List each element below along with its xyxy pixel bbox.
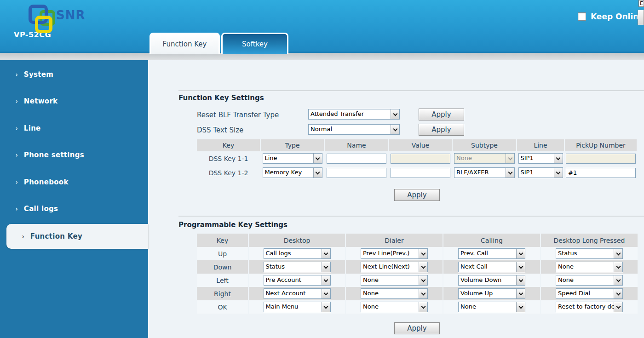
chevron-down-icon[interactable] (322, 302, 330, 312)
chevron-down-icon[interactable] (419, 262, 427, 272)
chevron-right-icon: › (16, 151, 18, 159)
pk-ok-long-pressed-select[interactable]: Reset to factory default (556, 302, 623, 312)
column-header-value: Value (389, 139, 452, 151)
section-divider (178, 216, 644, 217)
pk-ok-dialer-select[interactable]: None (361, 302, 428, 312)
chevron-down-icon[interactable] (322, 289, 330, 298)
chevron-down-icon[interactable] (419, 289, 427, 298)
column-header-dialer: Dialer (346, 234, 443, 247)
chevron-down-icon[interactable] (419, 249, 427, 258)
sidebar-item-line[interactable]: › Line (0, 122, 148, 135)
dss-1-2-line-select[interactable]: SIP1 (518, 167, 563, 178)
keep-online-checkbox[interactable] (578, 12, 586, 21)
chevron-down-icon[interactable] (614, 289, 622, 298)
sidebar-item-network[interactable]: › Network (0, 95, 148, 108)
chevron-down-icon[interactable] (391, 109, 399, 119)
chevron-down-icon[interactable] (419, 302, 427, 312)
sidebar-item-label: Line (24, 124, 41, 132)
dss-1-1-subtype-select: None (454, 153, 515, 164)
dss-text-size-select[interactable]: Normal (308, 124, 400, 135)
sidebar-item-phone-settings[interactable]: › Phone settings (0, 149, 148, 161)
pk-up-long-pressed-select[interactable]: Status (556, 248, 623, 259)
sidebar-item-phonebook[interactable]: › Phonebook (0, 176, 148, 189)
pk-ok-desktop-select[interactable]: Main Menu (264, 302, 331, 312)
tab-function-key[interactable]: Function Key (150, 33, 220, 54)
select-value: SIP1 (519, 168, 554, 178)
column-header-subtype: Subtype (453, 139, 516, 151)
pk-right-desktop-select[interactable]: Next Account (264, 288, 331, 299)
dss-1-1-value-input (391, 154, 450, 164)
tab-softkey[interactable]: Softkey (221, 33, 288, 54)
pk-up-dialer-select[interactable]: Prev Line(Prev.) (361, 248, 428, 259)
pk-up-desktop-select[interactable]: Call logs (264, 248, 331, 259)
sidebar: › System › Network › Line › Phone settin… (0, 60, 148, 338)
chevron-down-icon[interactable] (516, 249, 525, 258)
chevron-down-icon[interactable] (322, 249, 330, 258)
pk-down-desktop-select[interactable]: Status (264, 262, 331, 272)
column-header-calling: Calling (443, 234, 540, 247)
sidebar-item-label: Network (24, 97, 58, 105)
chevron-down-icon[interactable] (614, 262, 622, 272)
chevron-down-icon[interactable] (614, 302, 622, 312)
apply-dss-keys-button[interactable]: Apply (394, 189, 440, 201)
programmable-key-settings-title: Programmable Key Settings (178, 221, 288, 229)
chevron-down-icon[interactable] (391, 125, 399, 134)
pk-right-calling-select[interactable]: Volume Up (458, 288, 525, 299)
select-value: Volume Up (459, 289, 516, 298)
pk-ok-calling-select[interactable]: None (458, 302, 525, 312)
dss-1-2-pickup-input[interactable] (566, 168, 636, 178)
pk-left-dialer-select[interactable]: None (361, 275, 428, 286)
select-value: None (556, 262, 614, 272)
keep-online-control: Keep Online (578, 12, 644, 21)
apply-programmable-keys-button[interactable]: Apply (394, 322, 440, 334)
pk-left-long-pressed-select[interactable]: None (556, 275, 623, 286)
language-select-partial[interactable]: E (638, 0, 644, 7)
dss-key-table: Key Type Name Value Subtype Line PickUp … (197, 139, 637, 180)
chevron-down-icon[interactable] (313, 154, 322, 163)
pk-right-dialer-select[interactable]: None (361, 288, 428, 299)
sidebar-item-system[interactable]: › System (0, 68, 148, 81)
dss-1-2-type-select[interactable]: Memory Key (263, 167, 322, 178)
chevron-down-icon[interactable] (516, 262, 525, 272)
chevron-down-icon[interactable] (554, 154, 563, 163)
pk-down-long-pressed-select[interactable]: None (556, 262, 623, 272)
function-key-settings-title: Function Key Settings (178, 94, 264, 102)
dss-1-2-name-input[interactable] (327, 168, 386, 178)
sidebar-item-call-logs[interactable]: › Call logs (0, 202, 148, 215)
chevron-down-icon[interactable] (516, 289, 525, 298)
select-value: Speed Dial (556, 289, 614, 298)
chevron-down-icon[interactable] (419, 275, 427, 285)
pk-ok-label: OK (197, 300, 248, 314)
chevron-down-icon[interactable] (322, 275, 330, 285)
chevron-down-icon[interactable] (614, 249, 622, 258)
logout-button-partial[interactable] (638, 10, 644, 25)
programmable-key-table: Key Desktop Dialer Calling Desktop Long … (197, 234, 637, 314)
chevron-down-icon[interactable] (516, 302, 525, 312)
chevron-down-icon[interactable] (614, 275, 622, 285)
dss-1-2-subtype-select[interactable]: BLF/AXFER (454, 167, 515, 178)
chevron-down-icon[interactable] (506, 168, 514, 178)
sidebar-item-label: Function Key (30, 232, 82, 241)
select-value: None (361, 275, 419, 285)
chevron-down-icon[interactable] (313, 168, 322, 178)
dss-1-2-value-input[interactable] (391, 168, 450, 178)
chevron-down-icon[interactable] (516, 275, 525, 285)
pk-up-calling-select[interactable]: Prev. Call (458, 248, 525, 259)
reset-blf-transfer-type-select[interactable]: Attended Transfer (308, 109, 400, 120)
sidebar-item-function-key[interactable]: › Function Key (6, 224, 148, 249)
pk-left-calling-select[interactable]: Volume Down (458, 275, 525, 286)
dss-1-1-name-input[interactable] (327, 154, 386, 164)
dss-key-1-1-label: DSS Key 1-1 (197, 151, 260, 166)
chevron-right-icon: › (22, 233, 24, 240)
chevron-down-icon[interactable] (554, 168, 563, 178)
dss-1-1-line-select[interactable]: SIP1 (518, 153, 563, 164)
pk-down-label: Down (197, 260, 248, 274)
apply-dss-text-size-button[interactable]: Apply (419, 124, 464, 136)
apply-blf-button[interactable]: Apply (419, 109, 464, 120)
chevron-down-icon[interactable] (322, 262, 330, 272)
pk-down-calling-select[interactable]: Next Call (458, 262, 525, 272)
pk-left-desktop-select[interactable]: Pre Account (264, 275, 331, 286)
pk-right-long-pressed-select[interactable]: Speed Dial (556, 288, 623, 299)
dss-1-1-type-select[interactable]: Line (263, 153, 322, 164)
pk-down-dialer-select[interactable]: Next Line(Next) (361, 262, 428, 272)
